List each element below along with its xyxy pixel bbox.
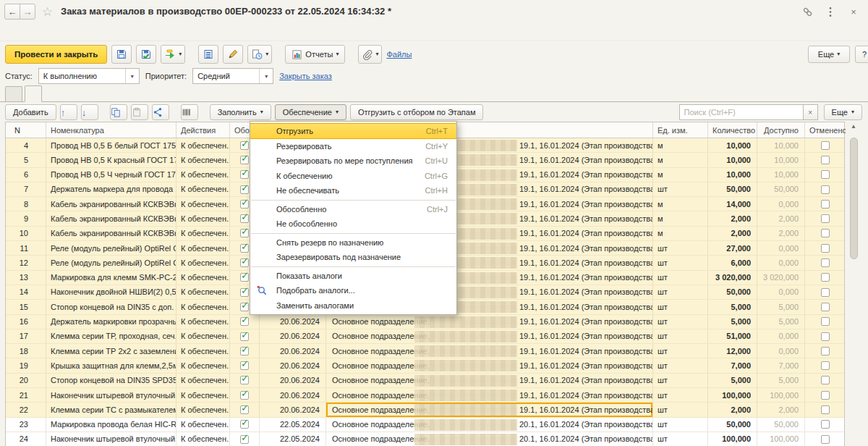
menu-item[interactable]: Зарезервировать под назначение: [250, 250, 456, 265]
separate-checkbox[interactable]: [240, 361, 249, 370]
cancelled-checkbox[interactable]: [821, 288, 830, 297]
action-cell[interactable]: К обеспечен...: [176, 168, 230, 182]
menu-item[interactable]: Заменить аналогами: [250, 298, 456, 314]
table-row[interactable]: 23 Маркировка провода белая HIC-R-... К …: [6, 418, 844, 432]
nomenclature-cell[interactable]: Стопор концевой на DIN35 SPD35,...: [46, 374, 176, 387]
unit-cell[interactable]: шт: [653, 285, 708, 299]
separate-checkbox[interactable]: [240, 185, 249, 194]
separate-checkbox[interactable]: [240, 347, 249, 355]
table-row[interactable]: 20 Стопор концевой на DIN35 SPD35,... К …: [6, 374, 844, 388]
separate-checkbox-cell[interactable]: [230, 329, 260, 343]
cancelled-checkbox[interactable]: [821, 303, 830, 311]
separate-checkbox[interactable]: [240, 258, 249, 267]
favorite-star-icon[interactable]: ☆: [42, 4, 53, 20]
cancelled-checkbox[interactable]: [821, 273, 830, 282]
back-button[interactable]: ←: [4, 4, 20, 20]
action-cell[interactable]: К обеспечен...: [176, 344, 230, 358]
cancelled-checkbox-cell[interactable]: [805, 329, 846, 343]
action-cell[interactable]: К обеспечен...: [176, 197, 230, 211]
separate-checkbox[interactable]: [240, 435, 249, 444]
cancelled-checkbox-cell[interactable]: [805, 403, 846, 416]
action-cell[interactable]: К обеспечен...: [176, 388, 230, 402]
help-button[interactable]: ?: [855, 46, 868, 63]
more-button[interactable]: Еще▾: [808, 46, 850, 63]
nomenclature-cell[interactable]: Провод НВ 0,5 К красный ГОСТ 17...: [46, 153, 176, 167]
unit-cell[interactable]: м: [653, 227, 708, 240]
menu-item[interactable]: Показать аналоги: [250, 269, 456, 284]
cancelled-checkbox[interactable]: [821, 405, 830, 414]
column-header-quantity[interactable]: Количество: [708, 122, 757, 138]
ship-date-cell[interactable]: 20.06.2024: [260, 344, 326, 358]
separate-checkbox[interactable]: [240, 288, 249, 297]
separate-checkbox[interactable]: [240, 229, 249, 237]
cancelled-checkbox-cell[interactable]: [805, 138, 846, 152]
save-button[interactable]: [111, 45, 132, 64]
unit-cell[interactable]: шт: [653, 388, 708, 402]
action-cell[interactable]: К обеспечен...: [176, 432, 230, 446]
unit-cell[interactable]: шт: [653, 271, 708, 285]
separate-checkbox[interactable]: [240, 273, 249, 282]
action-cell[interactable]: К обеспечен...: [176, 153, 230, 167]
menu-item[interactable]: Снять резерв по назначению: [250, 235, 456, 251]
menu-item[interactable]: Подобрать аналоги...: [250, 283, 456, 298]
cancelled-checkbox-cell[interactable]: [805, 300, 846, 314]
sign-button[interactable]: [223, 45, 243, 64]
supply-button[interactable]: Обеспечение▾: [275, 104, 346, 120]
nomenclature-cell[interactable]: Держатель маркировки прозрачный: [46, 315, 176, 329]
quantity-cell[interactable]: 10,000: [708, 153, 757, 167]
action-cell[interactable]: К обеспечен...: [176, 256, 230, 269]
fill-button[interactable]: Заполнить▾: [210, 104, 271, 120]
quantity-cell[interactable]: 14,000: [708, 197, 757, 211]
quantity-cell[interactable]: 50,000: [708, 285, 757, 299]
nomenclature-cell[interactable]: Маркировка для клемм SMK-PC-2...: [46, 271, 176, 285]
table-row[interactable]: 21 Наконечник штыревой втулочный ... К о…: [6, 388, 844, 403]
quantity-cell[interactable]: 12,000: [708, 344, 757, 358]
nomenclature-cell[interactable]: Кабель экранированный КСКВЭВн...: [46, 197, 176, 211]
nomenclature-cell[interactable]: Клемма серии ТР, проходная, сеч...: [46, 329, 176, 343]
cancelled-checkbox[interactable]: [821, 376, 830, 384]
column-header-n[interactable]: N: [6, 122, 46, 138]
quantity-cell[interactable]: 2,000: [708, 227, 757, 240]
destination-cell[interactable]: Основное подразделение, 19.1, 16.01.2024…: [326, 403, 653, 416]
destination-cell[interactable]: Основное подразделение, 19.1, 16.01.2024…: [326, 388, 653, 402]
quantity-cell[interactable]: 100,000: [708, 388, 757, 402]
document-structure-button[interactable]: [198, 45, 218, 64]
separate-checkbox[interactable]: [240, 170, 249, 179]
quantity-cell[interactable]: 5,000: [708, 315, 757, 329]
unit-cell[interactable]: м: [653, 168, 708, 182]
unit-cell[interactable]: шт: [653, 256, 708, 269]
scrollbar-thumb[interactable]: [850, 138, 858, 259]
nomenclature-cell[interactable]: Наконечник штыревой втулочный ...: [46, 432, 176, 446]
separate-checkbox-cell[interactable]: [230, 432, 260, 446]
nomenclature-cell[interactable]: Маркировка провода белая HIC-R-...: [46, 418, 176, 432]
cancelled-checkbox[interactable]: [821, 420, 830, 429]
table-row[interactable]: 16 Держатель маркировки прозрачный К обе…: [6, 315, 844, 329]
quantity-cell[interactable]: 27,000: [708, 241, 757, 255]
unit-cell[interactable]: шт: [653, 344, 708, 358]
action-cell[interactable]: К обеспечен...: [176, 227, 230, 240]
close-order-link[interactable]: Закрыть заказ: [279, 72, 332, 80]
change-history-button[interactable]: ▾: [247, 45, 272, 64]
add-row-button[interactable]: Добавить: [5, 104, 56, 120]
destination-cell[interactable]: Основное подразделение, 19.1, 16.01.2024…: [326, 329, 653, 343]
quantity-cell[interactable]: 50,000: [708, 182, 757, 196]
action-cell[interactable]: К обеспечен...: [176, 358, 230, 372]
cancelled-checkbox[interactable]: [821, 229, 830, 237]
cancelled-checkbox[interactable]: [821, 185, 830, 194]
nomenclature-cell[interactable]: Клемма серии ТР 2х2 с заземлени...: [46, 344, 176, 358]
action-cell[interactable]: К обеспечен...: [176, 285, 230, 299]
unit-cell[interactable]: шт: [653, 403, 708, 416]
nomenclature-cell[interactable]: Держатель маркера для провода ...: [46, 182, 176, 196]
menu-item[interactable]: К обеспечению Ctrl+G: [250, 169, 456, 184]
kebab-menu-icon[interactable]: [825, 6, 836, 17]
separate-checkbox[interactable]: [240, 391, 249, 400]
nomenclature-cell[interactable]: Наконечник двойной НШВИ(2) 0,5-8: [46, 285, 176, 299]
cancelled-checkbox-cell[interactable]: [805, 374, 846, 387]
quantity-cell[interactable]: 6,000: [708, 256, 757, 269]
nomenclature-cell[interactable]: Крышка защитная для клемм,2,5м...: [46, 358, 176, 372]
separate-checkbox[interactable]: [240, 303, 249, 311]
cancelled-checkbox[interactable]: [821, 347, 830, 355]
quantity-cell[interactable]: 3 020,000: [708, 271, 757, 285]
unit-cell[interactable]: шт: [653, 300, 708, 314]
scroll-up-icon[interactable]: ▲: [851, 123, 856, 130]
